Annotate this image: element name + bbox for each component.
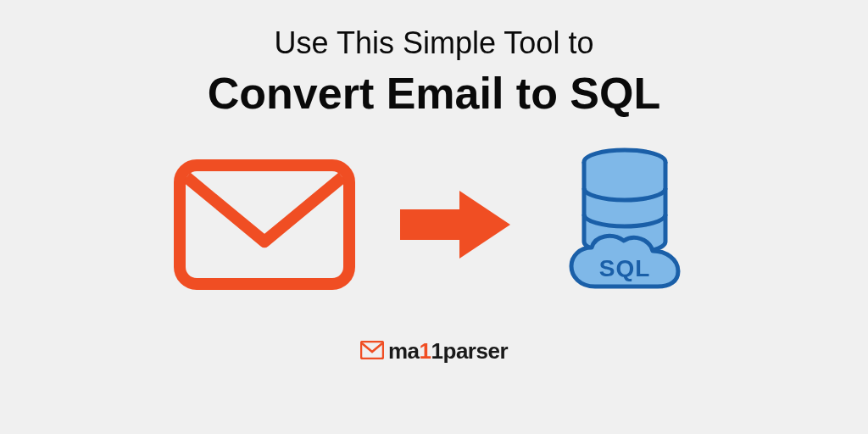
subtitle-text: Use This Simple Tool to	[275, 25, 594, 61]
svg-text:SQL: SQL	[599, 255, 651, 281]
brand-logo: ma11parser	[360, 338, 508, 364]
mailparser-logo-icon	[360, 341, 384, 363]
icons-row: SQL	[171, 144, 697, 309]
title-text: Convert Email to SQL	[208, 68, 661, 119]
brand-logo-text: ma11parser	[388, 338, 508, 364]
arrow-right-icon	[400, 191, 510, 262]
sql-database-cloud-icon: SQL	[553, 144, 697, 309]
svg-rect-0	[180, 165, 349, 284]
envelope-icon	[171, 157, 358, 296]
